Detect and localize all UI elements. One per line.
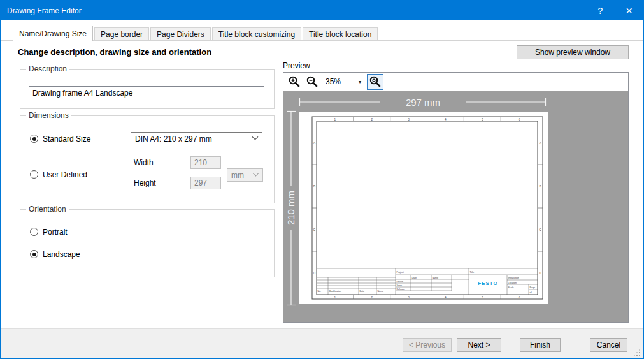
zoom-out-icon[interactable] (305, 75, 318, 89)
svg-text:of: of (530, 291, 532, 294)
dimensions-group-label: Dimensions (26, 111, 71, 120)
window-title: Drawing Frame Editor (1, 6, 586, 15)
svg-text:2: 2 (371, 118, 373, 121)
titlebar[interactable]: Drawing Frame Editor ? ✕ (1, 1, 643, 20)
landscape-radio[interactable] (30, 250, 38, 258)
width-dimension-label: 297 mm (406, 97, 440, 108)
cancel-button[interactable]: Cancel (590, 338, 627, 352)
unit-value: mm (231, 171, 244, 180)
resize-grip-icon[interactable] (639, 355, 640, 356)
orientation-group: Orientation Portrait Landscape (20, 209, 275, 277)
svg-text:Installation: Installation (508, 277, 519, 279)
orientation-group-label: Orientation (26, 205, 69, 214)
zoom-level-value: 35% (326, 77, 341, 86)
svg-text:Title: Title (470, 271, 475, 274)
tab-title-block-location[interactable]: Title block location (303, 27, 378, 41)
footer-bar: < Previous Next > Finish Cancel (1, 328, 643, 358)
tab-name-drawing-size[interactable]: Name/Drawing Size (13, 26, 93, 41)
svg-text:5: 5 (482, 118, 483, 121)
preview-toolbar: 35% ▾ (283, 73, 628, 91)
svg-text:Date: Date (412, 277, 417, 279)
description-group: Description (20, 69, 275, 109)
chevron-down-icon (253, 170, 259, 177)
preview-canvas[interactable]: 297 mm 210 mm (283, 91, 628, 322)
landscape-label: Landscape (43, 250, 80, 259)
next-button[interactable]: Next > (457, 338, 501, 352)
show-preview-window-button[interactable]: Show preview window (517, 45, 629, 59)
svg-text:Date: Date (360, 290, 365, 293)
svg-text:5: 5 (482, 296, 483, 299)
zoom-in-icon[interactable] (287, 75, 301, 89)
svg-text:1: 1 (334, 296, 336, 299)
svg-text:3: 3 (408, 118, 410, 121)
page-title: Change description, drawing size and ori… (18, 47, 211, 57)
description-group-label: Description (26, 64, 69, 73)
svg-text:Release: Release (397, 288, 405, 291)
svg-text:Scale: Scale (508, 286, 514, 289)
height-label: Height (134, 179, 156, 187)
dimensions-group: Dimensions Standard Size DIN A4: 210 x 2… (20, 115, 275, 203)
width-field (190, 156, 221, 169)
svg-text:6: 6 (519, 296, 520, 299)
height-field (190, 177, 221, 189)
svg-text:B: B (539, 185, 541, 188)
standard-size-radio[interactable] (30, 135, 38, 143)
standard-size-select[interactable]: DIN A4: 210 x 297 mm (131, 132, 262, 145)
drawing-frame-editor-window: Drawing Frame Editor ? ✕ Name/Drawing Si… (0, 0, 644, 359)
svg-text:Name: Name (433, 277, 439, 279)
svg-text:Page: Page (530, 286, 535, 289)
svg-text:6: 6 (519, 118, 520, 121)
svg-text:1: 1 (334, 118, 336, 121)
svg-text:2: 2 (371, 296, 373, 299)
height-dimension-label: 210 mm (285, 191, 296, 225)
tab-title-block-customizing[interactable]: Title block customizing (212, 27, 301, 41)
svg-text:Name: Name (378, 290, 384, 293)
svg-text:Location: Location (508, 282, 517, 284)
svg-text:Drawn: Drawn (397, 281, 403, 283)
preview-panel: 35% ▾ 297 mm (283, 72, 629, 323)
user-defined-radio[interactable] (30, 170, 38, 179)
help-icon[interactable]: ? (586, 1, 615, 20)
tab-bar: Name/Drawing Size Page border Page Divid… (13, 25, 379, 41)
unit-select: mm (227, 168, 263, 182)
finish-button[interactable]: Finish (520, 338, 561, 352)
portrait-radio[interactable] (30, 228, 38, 236)
user-defined-label: User Defined (43, 170, 87, 179)
tab-page-dividers[interactable]: Page Dividers (150, 27, 211, 41)
svg-text:B: B (313, 185, 315, 188)
svg-text:4: 4 (445, 118, 447, 121)
description-input[interactable] (29, 86, 264, 99)
chevron-down-icon (252, 134, 259, 140)
previous-button[interactable]: < Previous (403, 338, 452, 352)
close-icon[interactable]: ✕ (615, 1, 643, 20)
zoom-level-select[interactable]: 35% ▾ (323, 75, 362, 88)
chevron-down-icon: ▾ (359, 79, 362, 85)
svg-text:No.: No. (318, 290, 322, 293)
svg-text:Project: Project (397, 271, 404, 274)
drawing-page (299, 112, 548, 304)
width-label: Width (134, 158, 154, 167)
zoom-region-button[interactable] (367, 74, 383, 90)
portrait-label: Portrait (43, 228, 68, 237)
svg-text:Modification: Modification (329, 290, 341, 293)
standard-size-label: Standard Size (43, 135, 90, 143)
tab-page-border[interactable]: Page border (94, 27, 149, 41)
preview-label: Preview (283, 61, 310, 70)
zoom-region-icon (369, 75, 382, 88)
standard-size-value: DIN A4: 210 x 297 mm (135, 135, 212, 143)
svg-text:3: 3 (408, 296, 410, 299)
svg-text:4: 4 (445, 296, 447, 299)
festo-logo: FESTO (478, 281, 498, 286)
svg-text:Seen: Seen (397, 284, 402, 287)
